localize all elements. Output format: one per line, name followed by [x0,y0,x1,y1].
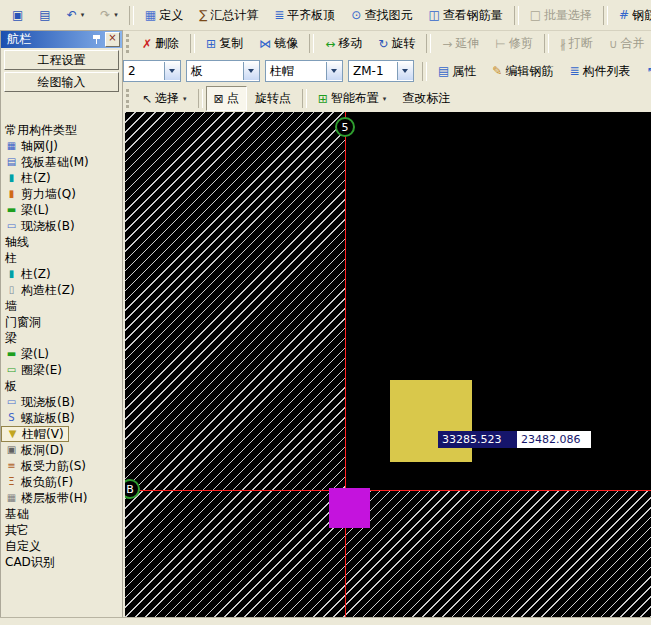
drawing-input-button[interactable]: 绘图输入 [4,72,119,92]
tree-spiral-slab[interactable]: S 螺旋板(B) [1,410,79,426]
pick-component-button[interactable]: ↖ 拾 [638,59,651,84]
undo-button[interactable]: ↶ ▾ [59,5,93,25]
summary-calc-button[interactable]: ∑ 汇总计算 [191,3,266,28]
tree-constructional-column[interactable]: ▯ 构造柱(Z) [1,282,79,298]
toolbar-separator [422,62,427,81]
element-type-selector[interactable]: 柱帽 [265,60,343,82]
merge-button[interactable]: ∪ 合并 [601,31,651,56]
dropdown-caret-icon: ▾ [114,11,118,19]
redo-button[interactable]: ↷ ▾ [92,5,126,25]
tree-column-group[interactable]: 柱 [1,250,21,266]
break-button[interactable]: ∦ 打断 [552,31,601,56]
button-icon: ↖ [142,93,152,105]
button-label: 选择 [155,90,179,107]
tree-item-label: 其它 [5,522,29,539]
align-slab-top-button[interactable]: ≣ 平齐板顶 [266,3,343,28]
check-annotation-button[interactable]: 查改标注 [394,86,458,111]
category-selector[interactable]: 板 [186,60,260,82]
main-toolbar: ▣ ▤ ↶ ▾ ↷ ▾ ▦ 定义 ∑ 汇总计算 [0,0,651,31]
chevron-down-icon[interactable] [164,62,180,80]
tree-slab-negative-rebar[interactable]: Ξ 板负筋(F) [1,474,77,490]
tree-ring-beam[interactable]: ▭ 圈梁(E) [1,362,66,378]
tree-slab-group[interactable]: 板 [1,378,21,394]
horizontal-axis-line[interactable] [125,490,651,491]
tree-item-icon: ▼ [6,429,19,439]
move-button[interactable]: ↔ 移动 [317,31,370,56]
axis-bubble-5[interactable]: 5 [335,117,355,137]
tree-wall-group[interactable]: 墙 [1,298,21,314]
tree-item-label: 轴网(J) [21,138,58,155]
coordinate-input-y[interactable]: 23482.086 [517,431,591,448]
button-label: 构件列表 [582,63,630,80]
chevron-down-icon[interactable] [326,62,342,80]
tree-slab-main-rebar[interactable]: ≡ 板受力筋(S) [1,458,90,474]
tree-opening-group[interactable]: 门窗洞 [1,314,45,330]
floor-selector[interactable]: 2 [123,60,181,82]
tree-slab-hole[interactable]: ▣ 板洞(D) [1,442,68,458]
axis-bubble-b[interactable]: B [125,479,140,499]
point-button[interactable]: ⊠ 点 [206,86,247,111]
tree-item-icon: Ξ [5,477,18,487]
tree-common-types[interactable]: 常用构件类型 [1,122,81,138]
toolbar-grip[interactable] [126,89,129,108]
tree-custom-group[interactable]: 自定义 [1,538,45,554]
button-label: 移动 [338,35,362,52]
toolbar-grip[interactable] [126,34,129,53]
tree-axis-group[interactable]: 轴线 [1,234,33,250]
tree-beam-group[interactable]: 梁 [1,330,21,346]
save-button[interactable]: ▣ [4,5,31,25]
properties-button[interactable]: ▤ 属性 [430,59,484,84]
button-label: 复制 [219,35,243,52]
rotate-button[interactable]: ↻ 旋转 [370,31,423,56]
toolbar-separator [426,34,431,53]
tree-floor-slab-band[interactable]: ▦ 楼层板带(H) [1,490,91,506]
rotate-point-button[interactable]: 旋转点 [247,86,299,111]
tree-cast-slab[interactable]: ▭ 现浇板(B) [1,218,79,234]
tree-item-icon: ▤ [5,157,18,167]
select-button[interactable]: ↖ 选择 ▾ [134,86,195,111]
column-cap-shape[interactable] [390,380,472,462]
draw-toolbar: ↖ 选择 ▾ ⊠ 点 旋转点 ⊞ 智能布置 ▾ 查改标注 [123,85,651,112]
trim-button[interactable]: ⊢ 修剪 [487,31,540,56]
view-rebar-quantity-button[interactable]: ◫ 查看钢筋量 [420,3,510,28]
tree-item-label: 构造柱(Z) [21,282,75,299]
project-settings-button[interactable]: 工程设置 [4,50,119,70]
component-selector[interactable]: ZM-1 [348,60,414,82]
coordinate-input-x[interactable]: 33285.523 [438,431,517,448]
smart-layout-button[interactable]: ⊞ 智能布置 ▾ [310,86,395,111]
extend-button[interactable]: → 延伸 [434,31,487,56]
chevron-down-icon[interactable] [397,62,413,80]
copy-button[interactable]: ⊞ 复制 [198,31,251,56]
pin-icon[interactable] [90,33,103,46]
drawing-canvas[interactable]: 5 B 33285.523 23482.086 [125,112,651,617]
tree-foundation-group[interactable]: 基础 [1,506,33,522]
print-button[interactable]: ▤ [31,5,58,25]
tree-beam[interactable]: ▬ 梁(L) [1,202,53,218]
find-element-button[interactable]: ⊙ 查找图元 [343,3,420,28]
button-icon: ⋈ [259,38,271,50]
define-button[interactable]: ▦ 定义 [137,3,191,28]
tree-item-label: CAD识别 [5,554,55,571]
tree-column-cap[interactable]: ▼ 柱帽(V) [1,426,69,442]
toolbar-separator [309,34,314,53]
chevron-down-icon[interactable] [243,62,259,80]
tree-column[interactable]: ▮ 柱(Z) [1,170,55,186]
close-icon[interactable]: × [105,32,120,47]
tree-shear-wall[interactable]: ▮ 剪力墙(Q) [1,186,80,202]
mirror-button[interactable]: ⋈ 镜像 [251,31,306,56]
tree-beam-2[interactable]: ▬ 梁(L) [1,346,53,362]
tree-item-icon: ▦ [5,493,18,503]
edit-rebar-button[interactable]: ✎ 编辑钢筋 [484,59,561,84]
tree-axis-grid[interactable]: ▦ 轴网(J) [1,138,62,154]
batch-select-button[interactable]: □ 批量选择 [522,3,600,28]
rebar-3d-button[interactable]: # 钢筋三维 [611,3,651,28]
tree-cast-slab-2[interactable]: ▭ 现浇板(B) [1,394,79,410]
delete-button[interactable]: ✗ 删除 [134,31,187,56]
component-list-button[interactable]: ≣ 构件列表 [561,59,638,84]
vertical-axis-line[interactable] [345,112,346,617]
tree-column-2[interactable]: ▮ 柱(Z) [1,266,55,282]
tree-other-group[interactable]: 其它 [1,522,33,538]
tree-raft-foundation[interactable]: ▤ 筏板基础(M) [1,154,93,170]
tree-cad-recognition-group[interactable]: CAD识别 [1,554,59,570]
placement-highlight-block[interactable] [329,488,370,528]
